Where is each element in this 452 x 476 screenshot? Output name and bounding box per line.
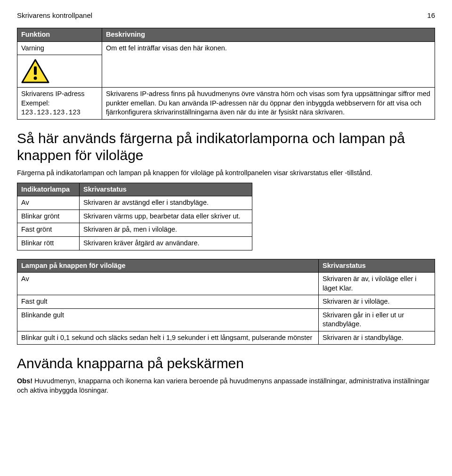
cell: Skrivaren är av, i viloläge eller i läge… [319, 273, 435, 295]
cell: Av [17, 273, 319, 295]
table-row: Blinkar gult i 0,1 sekund och släcks sed… [17, 331, 435, 345]
indicator-colors-intro: Färgerna på indikatorlampan och lampan p… [17, 169, 435, 178]
cell: Skrivaren kräver åtgärd av användare. [80, 236, 252, 250]
cell: Skrivaren värms upp, bearbetar data elle… [80, 210, 252, 223]
ip-label-prefix: Exempel: [21, 99, 49, 107]
svg-point-2 [34, 77, 37, 80]
touchscreen-note: Obs! Huvudmenyn, knapparna och ikonerna … [17, 377, 435, 395]
cell: Skrivaren är avstängd eller i standbyläg… [80, 196, 252, 210]
warning-description: Om ett fel inträffar visas den här ikone… [102, 41, 435, 88]
cell: Blinkar rött [17, 236, 80, 250]
table-row: Varning Om ett fel inträffar visas den h… [17, 41, 435, 55]
table1-header-col1: Funktion [17, 28, 102, 42]
table-row: Blinkar grönt Skrivaren värms upp, bearb… [17, 210, 252, 223]
ip-address-label: Skrivarens IP-adress Exempel: 123.123.12… [17, 88, 102, 120]
sleep-button-lamp-table: Lampan på knappen för viloläge Skrivarst… [17, 259, 435, 345]
table-row: Blinkande gult Skrivaren går in i eller … [17, 308, 435, 331]
note-text: Huvudmenyn, knapparna och ikonerna kan v… [17, 377, 429, 394]
cell: Blinkar gult i 0,1 sekund och släcks sed… [17, 331, 319, 345]
page-number: 16 [427, 11, 435, 19]
cell: Fast grönt [17, 223, 80, 237]
warning-triangle-icon [21, 59, 49, 83]
ip-example-value: 123.123.123.123 [21, 109, 81, 116]
warning-icon-cell [17, 55, 102, 88]
table2-header-col1: Indikatorlampa [17, 183, 80, 196]
ip-address-description: Skrivarens IP-adress finns på huvudmenyn… [102, 88, 435, 120]
cell: Skrivaren går in i eller ut ur standbylä… [319, 308, 435, 331]
indicator-colors-heading: Så här används färgerna på indikatorlamp… [17, 130, 435, 164]
ip-label-line1: Skrivarens IP-adress [21, 90, 85, 97]
table3-header-col2: Skrivarstatus [319, 259, 435, 273]
note-label: Obs! [17, 377, 32, 385]
cell: Skrivaren är i standbyläge. [319, 331, 435, 345]
touchscreen-buttons-heading: Använda knapparna på pekskärmen [17, 355, 435, 372]
table-row: Blinkar rött Skrivaren kräver åtgärd av … [17, 236, 252, 250]
cell: Skrivaren är i viloläge. [319, 295, 435, 309]
table2-header-col2: Skrivarstatus [80, 183, 252, 196]
table-row: Av Skrivaren är avstängd eller i standby… [17, 196, 252, 210]
cell: Blinkar grönt [17, 210, 80, 223]
table-row: Fast gult Skrivaren är i viloläge. [17, 295, 435, 309]
warning-label: Varning [17, 41, 102, 55]
cell: Skrivaren är på, men i viloläge. [80, 223, 252, 237]
cell: Av [17, 196, 80, 210]
page-title: Skrivarens kontrollpanel [17, 11, 92, 19]
table-row: Skrivarens IP-adress Exempel: 123.123.12… [17, 88, 435, 120]
table1-header-col2: Beskrivning [102, 28, 435, 42]
svg-rect-1 [34, 66, 37, 75]
page-header: Skrivarens kontrollpanel 16 [17, 11, 435, 19]
table3-header-col1: Lampan på knappen för viloläge [17, 259, 319, 273]
cell: Blinkande gult [17, 308, 319, 331]
function-table: Funktion Beskrivning Varning Om ett fel … [17, 28, 435, 120]
table-row: Fast grönt Skrivaren är på, men i vilolä… [17, 223, 252, 237]
table-row: Av Skrivaren är av, i viloläge eller i l… [17, 273, 435, 295]
cell: Fast gult [17, 295, 319, 309]
indicator-lamp-table: Indikatorlampa Skrivarstatus Av Skrivare… [17, 183, 252, 250]
